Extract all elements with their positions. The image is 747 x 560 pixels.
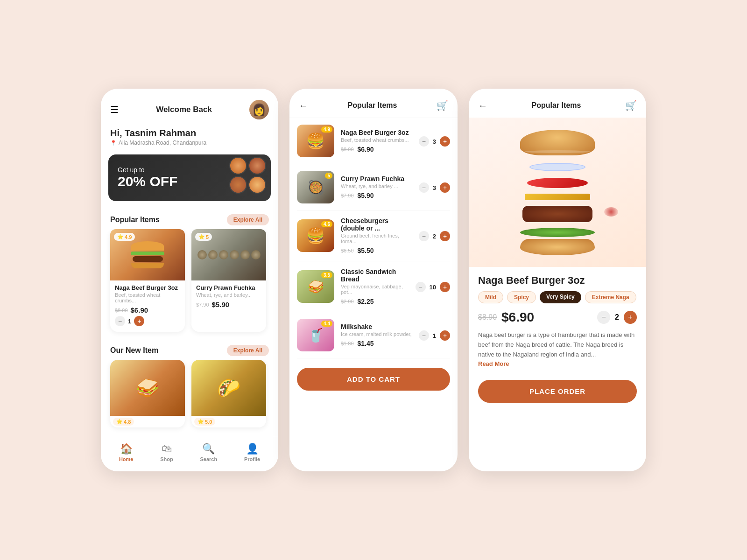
spice-extreme-naga[interactable]: Extreme Naga [585,291,636,303]
bun-bottom [520,239,595,255]
product-qty-minus[interactable]: − [597,311,610,324]
new-section-header: Our New Item Explore All [101,338,278,360]
right-phone: ← Popular Items 🛒 Naga Beef Burger 3oz M… [469,89,646,471]
burger-qty-plus[interactable]: + [134,316,144,326]
avatar[interactable]: 👩 [249,100,269,119]
list-thumb-fuchka: 🥘 5 [297,171,334,203]
popular-title: Popular Items [110,216,160,224]
popular-item-fuchka[interactable]: ⭐5 Curry Prawn Fuchka Wheat, rye, and ba… [191,229,266,332]
search-icon: 🔍 [202,443,215,455]
list-item-desc: Ice cream, malted milk powder, [341,331,412,337]
list-qty-plus[interactable]: + [440,231,450,241]
welcome-title: Welcome Back [156,105,212,114]
popular-explore-btn[interactable]: Explore All [227,214,269,225]
list-qty-minus[interactable]: − [419,136,429,147]
burger-new-price: $6.90 [131,306,148,314]
list-qty-row: − 3 + [419,182,450,193]
greeting: Hi, Tasnim Rahman 📍 Alia Madrasha Road, … [101,124,278,148]
middle-phone: ← Popular Items 🛒 🍔 4.9 Naga Beef Burger… [289,89,458,471]
list-item-name: Naga Beef Burger 3oz [341,129,412,136]
list-qty-row: − 10 + [416,282,450,292]
banner-line1: Get up to [118,166,177,174]
nav-home-label: Home [119,456,134,462]
list-item[interactable]: 🥘 5 Curry Prawn Fuchka Wheat, rye, and b… [297,164,450,210]
add-to-cart-btn[interactable]: ADD TO CART [297,368,450,391]
read-more-link[interactable]: Read More [478,360,509,367]
list-qty-row: − 2 + [419,231,450,241]
list-qty-plus[interactable]: + [440,182,450,193]
spice-level-tags: Mild Spicy Very Spicy Extreme Naga [478,291,637,303]
product-name: Naga Beef Burger 3oz [478,274,637,287]
right-title: Popular Items [532,101,581,110]
price-qty-row: $8.90 $6.90 − 2 + [478,310,637,325]
mid-title: Popular Items [348,101,397,110]
new-item-sandwich[interactable]: 🥪 ⭐4.8 [110,360,185,427]
nav-search[interactable]: 🔍 Search [200,443,217,462]
mid-header: ← Popular Items 🛒 [289,89,458,118]
new-explore-btn[interactable]: Explore All [227,345,269,356]
sandwich-img: 🥪 [110,360,185,416]
list-qty-minus[interactable]: − [416,282,426,292]
new-items-list: 🥪 ⭐4.8 🌮 ⭐5.0 [101,360,278,434]
mid-back-btn[interactable]: ← [299,100,308,111]
right-back-btn[interactable]: ← [478,100,487,111]
banner-food-decoration [229,157,266,194]
list-item-name: Cheeseburgers (double or ... [341,217,412,232]
popular-section-header: Popular Items Explore All [101,208,278,229]
fuchka-old-price: $7.90 [196,302,209,308]
nav-profile[interactable]: 👤 Profile [244,443,260,462]
list-item-desc: Ground beef, french fries, toma... [341,233,412,244]
list-qty-minus[interactable]: − [419,330,429,341]
fuchka-thumbnail: ⭐5 [191,229,266,280]
list-item[interactable]: 🍔 4.6 Cheeseburgers (double or ... Groun… [297,210,450,261]
list-qty-plus[interactable]: + [440,136,450,147]
burger-qty-minus[interactable]: − [115,316,125,326]
nav-home[interactable]: 🏠 Home [119,443,134,462]
cheese-slice [525,194,590,200]
product-hero-image [469,118,646,267]
list-item[interactable]: 🍔 4.9 Naga Beef Burger 3oz Beef, toasted… [297,118,450,164]
right-cart-icon[interactable]: 🛒 [625,100,637,111]
product-old-price: $8.90 [478,313,497,322]
popular-item-burger[interactable]: ⭐4.9 Naga Beef Burger 3oz Beef, toasted … [110,229,185,332]
place-order-btn[interactable]: PLACE ORDER [478,380,637,403]
burger-name: Naga Beef Burger 3oz [115,284,180,291]
list-thumb-burger: 🍔 4.9 [297,125,334,157]
product-qty-plus[interactable]: + [624,311,637,324]
spice-very-spicy[interactable]: Very Spicy [540,291,581,303]
list-item[interactable]: 🥤 4.4 Milkshake Ice cream, malted milk p… [297,312,450,358]
list-qty-minus[interactable]: − [419,182,429,193]
list-qty-plus[interactable]: + [440,330,450,341]
nav-shop[interactable]: 🛍 Shop [160,443,173,462]
sandwich-rating: ⭐4.8 [113,418,134,426]
left-phone: ☰ Welcome Back 👩 Hi, Tasnim Rahman 📍 Ali… [101,89,278,471]
list-item-desc: Beef, toasted wheat crumbs... [341,137,412,143]
list-qty-minus[interactable]: − [419,231,429,241]
product-details: Naga Beef Burger 3oz Mild Spicy Very Spi… [469,267,646,375]
burger-thumbnail: ⭐4.9 [110,229,185,280]
bottom-nav: 🏠 Home 🛍 Shop 🔍 Search 👤 Profile [101,437,278,471]
bun-top [520,130,595,155]
location-text: Alia Madrasha Road, Chandanpura [119,140,206,146]
mid-cart-icon[interactable]: 🛒 [437,100,448,111]
fuchka-new-price: $5.90 [212,301,230,308]
spice-mild[interactable]: Mild [478,291,503,303]
product-qty-row: − 2 + [597,311,637,324]
product-new-price: $6.90 [501,310,534,325]
menu-icon[interactable]: ☰ [110,104,119,115]
promo-banner[interactable]: Get up to 20% OFF [108,154,271,201]
list-item-name: Curry Prawn Fuchka [341,175,412,182]
list-item[interactable]: 🥪 3.5 Classic Sandwich Bread Veg mayonna… [297,261,450,312]
shop-icon: 🛍 [162,443,172,455]
list-item-desc: Wheat, rye, and barley ... [341,183,412,189]
nav-shop-label: Shop [160,456,173,462]
banner-line2: 20% OFF [118,174,177,189]
list-thumb-milkshake: 🥤 4.4 [297,319,334,351]
new-section-title: Our New Item [110,346,158,355]
spice-spicy[interactable]: Spicy [507,291,536,303]
list-qty-plus[interactable]: + [440,282,450,292]
new-item-tacos[interactable]: 🌮 ⭐5.0 [191,360,266,427]
left-header: ☰ Welcome Back 👩 [101,89,278,124]
fuchka-name: Curry Prawn Fuchka [196,284,261,291]
nav-profile-label: Profile [244,456,260,462]
